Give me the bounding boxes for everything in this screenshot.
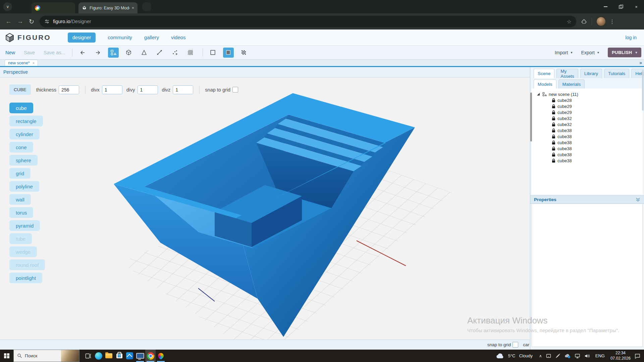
browser-menu-kebab-icon[interactable]: ⋮	[609, 18, 615, 25]
thickness-input[interactable]	[59, 85, 79, 94]
taskbar-clock[interactable]: 22:34 07.02.2026	[610, 351, 631, 361]
tab-scene[interactable]: Scene	[534, 69, 554, 78]
save-button[interactable]: Save	[24, 50, 35, 55]
tree-item[interactable]: cube38	[532, 139, 643, 145]
paint-app-taskbar-icon[interactable]	[156, 350, 166, 362]
weather-temp[interactable]: 5°C	[508, 353, 516, 358]
cube-tool-button[interactable]	[123, 48, 134, 58]
shape-button-cylinder[interactable]: cylinder	[9, 129, 40, 139]
nav-community[interactable]: community	[108, 35, 132, 40]
tab-library[interactable]: Library	[580, 69, 602, 78]
double-chevron-right-icon[interactable]: »	[639, 60, 642, 65]
search-highlight-image[interactable]	[61, 350, 79, 362]
tree-item[interactable]: cube38	[532, 145, 643, 152]
shape-button-wall[interactable]: wall	[9, 194, 31, 205]
tab-my-assets[interactable]: My Assets	[556, 69, 578, 78]
export-button[interactable]: Export▾	[581, 50, 599, 55]
doc-tab-close-icon[interactable]: ×	[33, 61, 35, 65]
tray-expand-icon[interactable]: ∧	[539, 354, 542, 358]
forward-button[interactable]: →	[17, 18, 23, 25]
maximize-button[interactable]	[613, 0, 629, 13]
line-tool-button[interactable]	[154, 48, 165, 58]
tree-item[interactable]: cube32	[532, 121, 643, 127]
nav-gallery[interactable]: gallery	[144, 35, 159, 40]
properties-header[interactable]: Properties	[530, 195, 644, 204]
solid-mode-button[interactable]	[223, 48, 234, 58]
points-tool-button[interactable]	[170, 48, 180, 58]
new-button[interactable]: New	[5, 50, 15, 55]
address-bar[interactable]: figuro.io/Designer ☆	[40, 16, 576, 27]
tree-scrollbar[interactable]	[530, 93, 532, 141]
task-view-button[interactable]	[83, 350, 93, 362]
redo-button[interactable]	[93, 48, 103, 58]
shape-button-rectangle[interactable]: rectangle	[9, 116, 43, 126]
chrome-taskbar-icon[interactable]	[145, 350, 156, 362]
import-button[interactable]: Import▾	[555, 50, 573, 55]
tree-item[interactable]: cube38	[532, 133, 643, 139]
viewport-canvas[interactable]	[0, 78, 530, 340]
start-button[interactable]	[0, 350, 13, 362]
snap-to-grid-checkbox-bottom[interactable]	[513, 342, 518, 348]
browser-tab-figuro[interactable]: Figuro: Easy 3D Modeling Onlin ×	[78, 2, 138, 13]
tree-item[interactable]: cube32	[532, 115, 643, 121]
login-link[interactable]: log in	[626, 35, 637, 40]
publish-button[interactable]: PUBLISH▾	[608, 48, 641, 57]
divz-input[interactable]	[173, 85, 193, 94]
mail-taskbar-icon[interactable]	[124, 350, 135, 362]
tree-root-row[interactable]: new scene (11)	[532, 91, 643, 97]
nav-designer[interactable]: designer	[68, 33, 96, 43]
tree-item[interactable]: cube38	[532, 152, 643, 158]
muted-device-icon[interactable]	[555, 353, 561, 359]
edge-taskbar-icon[interactable]	[93, 350, 104, 362]
textured-mode-button[interactable]	[238, 48, 249, 58]
tree-item[interactable]: cube28	[532, 97, 643, 103]
file-explorer-taskbar-icon[interactable]	[104, 350, 114, 362]
network-icon[interactable]	[575, 353, 581, 359]
cone-tool-button[interactable]	[139, 48, 150, 58]
extensions-icon[interactable]	[581, 18, 587, 24]
shape-button-grid[interactable]: grid	[9, 168, 31, 179]
shape-button-wedge[interactable]: wedge	[9, 246, 37, 257]
tab-materials[interactable]: Materials	[558, 79, 585, 89]
save-as-button[interactable]: Save as...	[44, 50, 65, 55]
divy-input[interactable]	[138, 85, 158, 94]
snap-to-grid-checkbox[interactable]	[232, 87, 238, 93]
shape-button-sphere[interactable]: sphere	[9, 155, 38, 166]
taskbar-search-box[interactable]: Поиск	[13, 350, 79, 362]
tree-item[interactable]: cube29	[532, 103, 643, 109]
shape-button-pointlight[interactable]: pointlight	[9, 273, 42, 283]
panel-scrollbar[interactable]	[642, 70, 644, 111]
tab-tutorials[interactable]: Tutorials	[604, 69, 629, 78]
shape-button-cone[interactable]: cone	[9, 142, 33, 153]
onedrive-icon[interactable]	[565, 353, 571, 358]
microsoft-store-taskbar-icon[interactable]	[114, 350, 124, 362]
hatch-tool-button[interactable]	[185, 48, 196, 58]
profile-avatar[interactable]	[597, 17, 605, 26]
tablet-mode-icon[interactable]	[546, 353, 551, 359]
shape-button-cube[interactable]: cube	[9, 103, 33, 113]
wireframe-mode-button[interactable]	[208, 48, 218, 58]
browser-tab-google[interactable]	[32, 2, 75, 13]
site-info-icon[interactable]	[44, 19, 50, 24]
undo-button[interactable]	[77, 48, 88, 58]
shape-button-polyline[interactable]: polyline	[9, 181, 39, 192]
double-chevron-down-icon[interactable]	[636, 197, 640, 202]
bookmark-star-icon[interactable]: ☆	[567, 18, 572, 25]
scene-document-tab[interactable]: new scene* ×	[5, 60, 38, 66]
nav-videos[interactable]: videos	[171, 35, 185, 40]
reload-button[interactable]: ↻	[29, 18, 34, 25]
tree-item[interactable]: cube38	[532, 158, 643, 164]
tree-item[interactable]: cube38	[532, 127, 643, 133]
back-button[interactable]: ←	[5, 18, 12, 25]
language-indicator[interactable]: ENG	[595, 353, 605, 358]
shape-button-torus[interactable]: torus	[9, 207, 33, 218]
close-window-button[interactable]: ×	[629, 0, 644, 13]
divx-input[interactable]	[102, 85, 122, 94]
shape-button-pyramid[interactable]: pyramid	[9, 220, 40, 231]
shape-button-round-roof[interactable]: round roof	[9, 259, 45, 270]
new-tab-button[interactable]	[142, 2, 151, 11]
tab-close-icon[interactable]: ×	[131, 5, 134, 10]
minimize-button[interactable]	[598, 0, 613, 13]
select-shapes-button[interactable]	[108, 48, 119, 58]
speaker-icon[interactable]	[584, 353, 590, 359]
